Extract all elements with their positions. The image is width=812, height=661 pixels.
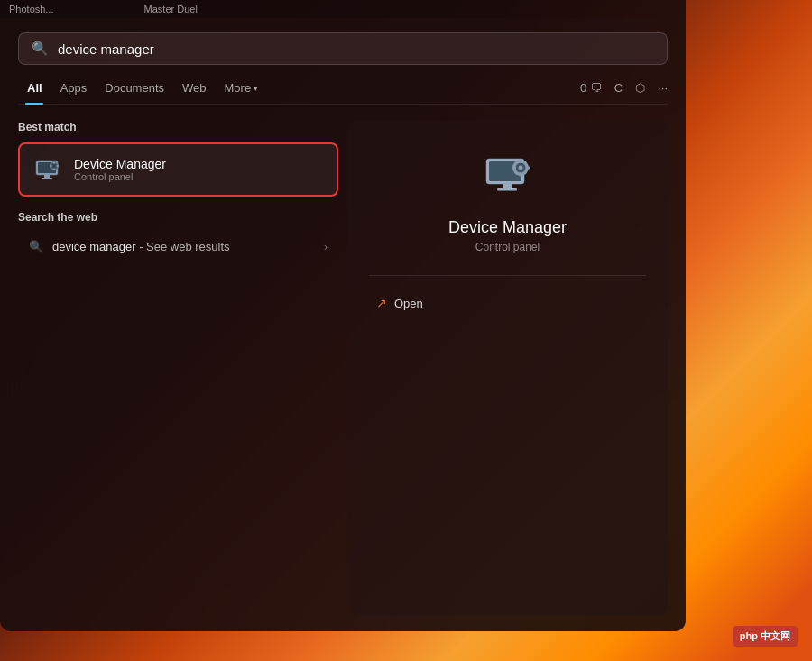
search-icon: 🔍 — [32, 41, 49, 57]
search-input-container[interactable]: 🔍 — [18, 32, 668, 65]
tab-more[interactable]: More ▾ — [216, 78, 268, 98]
svg-rect-20 — [526, 167, 530, 170]
top-bar-app2: Master Duel — [144, 4, 198, 14]
c-label[interactable]: C — [614, 81, 623, 95]
tab-apps[interactable]: Apps — [51, 78, 97, 98]
svg-rect-13 — [497, 188, 517, 191]
web-search-text: device manager - See web results — [52, 240, 324, 253]
open-action[interactable]: ↗ Open — [369, 290, 646, 316]
more-options-icon[interactable]: ··· — [658, 81, 668, 95]
detail-sub: Control panel — [475, 241, 540, 253]
web-search-icon: 🔍 — [29, 240, 43, 253]
right-sidebar — [686, 0, 812, 661]
svg-rect-19 — [512, 167, 516, 170]
web-section-label: Search the web — [18, 211, 338, 224]
svg-rect-9 — [57, 165, 59, 167]
svg-rect-6 — [53, 162, 55, 164]
chat-icon: 🗨 — [590, 81, 602, 95]
tab-all[interactable]: All — [18, 78, 51, 98]
svg-rect-3 — [42, 178, 52, 179]
detail-name: Device Manager — [448, 218, 567, 237]
tab-web[interactable]: Web — [173, 78, 216, 98]
filter-tabs: All Apps Documents Web More ▾ 0 🗨 C ⬡ ··… — [18, 78, 668, 105]
best-match-text: Device Manager Control panel — [74, 157, 166, 182]
tab-documents[interactable]: Documents — [96, 78, 173, 98]
best-match-name: Device Manager — [74, 157, 166, 171]
top-bar: Photosh... Master Duel — [0, 0, 686, 18]
filter-tabs-right: 0 🗨 C ⬡ ··· — [580, 81, 668, 95]
device-manager-icon — [31, 153, 63, 186]
detail-panel: Device Manager Control panel ↗ Open — [347, 121, 668, 615]
detail-device-manager-icon — [479, 148, 537, 206]
best-match-sub: Control panel — [74, 171, 166, 182]
top-bar-app1: Photosh... — [9, 4, 54, 14]
best-match-item[interactable]: Device Manager Control panel — [18, 142, 338, 197]
svg-rect-12 — [503, 184, 512, 188]
php-badge: php 中文网 — [733, 626, 798, 647]
svg-rect-18 — [519, 173, 521, 177]
left-panel: Best match — [18, 121, 338, 615]
search-panel: 🔍 All Apps Documents Web More ▾ 0 🗨 C ⬡ … — [0, 18, 686, 631]
web-search-arrow: › — [324, 241, 328, 253]
svg-rect-2 — [44, 175, 50, 178]
best-match-label: Best match — [18, 121, 338, 133]
share-icon[interactable]: ⬡ — [635, 81, 645, 95]
web-search-item[interactable]: 🔍 device manager - See web results › — [18, 233, 338, 261]
svg-rect-17 — [519, 160, 521, 163]
open-label: Open — [394, 297, 423, 310]
svg-rect-7 — [53, 169, 55, 170]
open-icon: ↗ — [376, 296, 387, 310]
svg-point-16 — [518, 166, 522, 170]
detail-divider — [369, 275, 646, 276]
content-area: Best match — [18, 121, 668, 615]
search-input[interactable] — [58, 41, 654, 57]
svg-point-5 — [51, 163, 57, 169]
chevron-down-icon: ▾ — [254, 84, 258, 93]
svg-rect-8 — [51, 165, 52, 167]
count-badge: 0 🗨 — [580, 81, 602, 95]
